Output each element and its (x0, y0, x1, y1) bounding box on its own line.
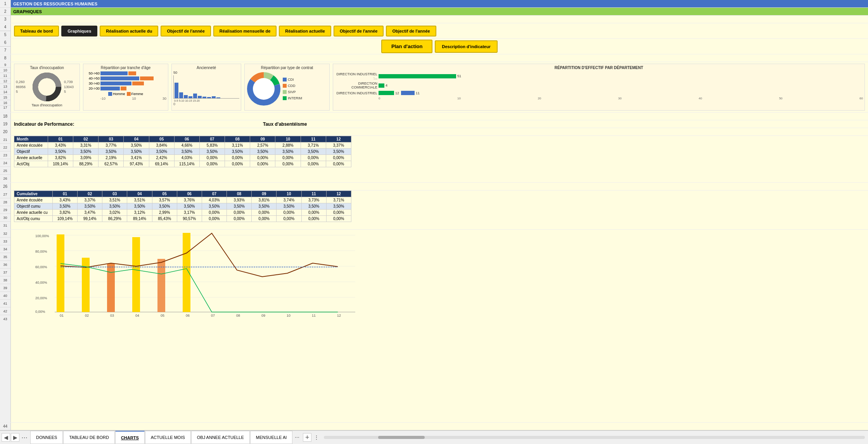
monthly-row-annee-ecoule: Année écoulée 3,43% 3,31% 3,77% 3,50% 3,… (14, 142, 351, 149)
svg-text:09: 09 (261, 314, 265, 317)
donut-val2: 86956 (16, 85, 30, 90)
cumulative-header-row: Cumulative 01 02 03 04 05 06 07 08 09 10… (14, 191, 351, 197)
row-num-22: 22 (0, 144, 10, 151)
dept-row-3: DIRECTION INDUSTRIEL 12 11 (335, 91, 863, 95)
tab-tableau-de-bord[interactable]: TABLEAU DE BORD (63, 431, 115, 444)
row-num-2: 2 (0, 8, 11, 15)
legend-cdi-label: CDI (288, 76, 294, 83)
tab-actuelle-mois[interactable]: ACTUELLE MOIS (145, 431, 191, 444)
anciennete-bars (173, 75, 239, 99)
svg-text:03: 03 (110, 314, 114, 317)
header-11: 11 (301, 136, 326, 142)
legend-cdd: CDD (283, 83, 302, 89)
bottom-tab-bar: ◀ ▶ ⋯ DONNEES TABLEAU DE BORD CHARTS ACT… (0, 430, 868, 444)
cumulative-table: Cumulative 01 02 03 04 05 06 07 08 09 10… (14, 191, 351, 222)
dept-title: RÉPARTITION D'EFFECTIF PAR DÉPARTEMENT (335, 66, 863, 70)
legend-cdd-label: CDD (288, 83, 296, 89)
row-num-17: 17 (0, 106, 10, 109)
scrollbar-track[interactable] (324, 436, 865, 439)
tab-list: DONNEES TABLEAU DE BORD CHARTS ACTUELLE … (30, 431, 301, 444)
tab-next-button[interactable]: ▶ (11, 433, 19, 442)
tab-add-controls: + ⋮ (301, 431, 321, 444)
dept-row-2: DIRECTION COMMERCIALE 4 (335, 82, 863, 89)
tab-nav-controls: ◀ ▶ ⋯ (0, 431, 30, 444)
legend-femme-label: Femme (131, 92, 144, 96)
tab-charts[interactable]: CHARTS (115, 431, 145, 444)
row-num-15: 15 (0, 95, 10, 100)
row-num-11: 11 (0, 73, 10, 78)
cum-row-annee-ecoule: Année écoulée 3,43% 3,37% 3,51% 3,51% 3,… (14, 197, 351, 203)
absenteisme-title: Taux d'absentéisme (263, 121, 307, 127)
realisation-actuelle2-button[interactable]: Réalisation actuelle (279, 26, 331, 36)
main-title: GESTION DES RESSOURCES HUMAINES (13, 2, 97, 6)
objectif-annee-button[interactable]: Objectif de l'année (161, 26, 211, 36)
description-indicateur-button[interactable]: Description d'indicateur (435, 40, 497, 53)
legend-cdi: CDI (283, 76, 302, 83)
objectif-annee3-button[interactable]: Objectif de l'année (386, 26, 436, 36)
add-sheet-button[interactable]: + (303, 433, 311, 442)
age-bar-femme-3 (132, 82, 144, 85)
row-num-16: 16 (0, 100, 10, 106)
row-num-19: 19 (0, 120, 11, 128)
sheet-options-button[interactable]: ⋮ (312, 433, 321, 442)
label-objectif: Objectif (14, 149, 48, 155)
donut-val4: 0,739 (64, 80, 78, 85)
tab-prev-button[interactable]: ◀ (2, 433, 10, 442)
svg-text:01: 01 (60, 314, 64, 317)
tab-extra-button[interactable]: ⋯ (293, 431, 301, 444)
age-chart-box: Répartition par tranche d'âge 50->60 40-… (83, 64, 168, 111)
bar-02 (82, 258, 90, 312)
spreadsheet: 1 GESTION DES RESSOURCES HUMAINES 2 GRAP… (0, 0, 868, 444)
legend-homme: Homme (108, 92, 125, 96)
tab-more-button[interactable]: ⋯ (20, 433, 29, 442)
header-02: 02 (73, 136, 99, 142)
contrat-title: Répartition par type de contrat (246, 66, 328, 70)
tab-donnees[interactable]: DONNEES (30, 431, 63, 444)
scrollbar-thumb[interactable] (378, 436, 425, 439)
bar-5 (193, 94, 197, 98)
bar-8 (207, 97, 211, 98)
bar-06 (183, 233, 190, 312)
realisation-actuelle-button[interactable]: Réalisation actuelle du (100, 26, 158, 36)
row-num-44: 44 (0, 423, 11, 430)
row-num-5: 5 (0, 31, 10, 38)
horizontal-scrollbar[interactable] (321, 431, 868, 444)
svg-text:60,00%: 60,00% (35, 265, 47, 269)
bar-4 (188, 96, 192, 98)
contrat-chart-box: Répartition par type de contrat (244, 64, 330, 111)
bar-1 (175, 83, 178, 98)
svg-point-9 (253, 78, 275, 100)
tableau-de-bord-button[interactable]: Tableau de bord (14, 26, 59, 36)
graphiques-button[interactable]: Graphiques (61, 26, 97, 36)
realisation-mensuelle-button[interactable]: Réalisation mensuelle de (213, 26, 277, 36)
age-bar-row-4: 20->30 (85, 87, 166, 90)
row-num-18: 18 (0, 113, 11, 120)
row-num-20: 20 (0, 128, 11, 135)
header-12: 12 (326, 136, 351, 142)
svg-text:100,00%: 100,00% (35, 234, 49, 238)
monthly-row-objectif: Objectif 3,50% 3,50% 3,50% 3,50% 3,50% 3… (14, 149, 351, 155)
monthly-table-section: 21 22 23 24 25 26 Month 01 02 03 04 05 0… (0, 136, 868, 183)
tab-mensuelle-ai[interactable]: MENSUELLE AI (250, 431, 292, 444)
charts-row: Taux d'inoccupation 0,260 86956 5 (11, 62, 868, 112)
header-06: 06 (174, 136, 199, 142)
dept-bar-3 (379, 91, 394, 95)
bar-7 (202, 97, 206, 98)
header-cumulative: Cumulative (14, 191, 53, 197)
age-bar-femme-4 (121, 87, 126, 90)
perf-title: Indicateur de Performance: (11, 121, 88, 127)
cumulative-table-section: 27 28 29 30 31 Cumulative 01 02 03 04 05… (0, 191, 868, 230)
bar-9 (212, 96, 216, 98)
svg-text:10: 10 (287, 314, 290, 317)
svg-text:11: 11 (312, 314, 316, 317)
header-04: 04 (124, 136, 149, 142)
tab-obj-annee-actuelle[interactable]: OBJ ANNEE ACTUELLE (191, 431, 250, 444)
svg-text:07: 07 (211, 314, 215, 317)
row-num-30: 30 (0, 214, 10, 222)
plan-action-button[interactable]: Plan d'action (381, 40, 432, 53)
row-num-21: 21 (0, 136, 10, 144)
objectif-annee2-button[interactable]: Objectif de l'année (334, 26, 384, 36)
anciennete-chart-box: Ancienneté 50 0-55-1010-1515-20 (171, 64, 241, 111)
row-num-3: 3 (0, 16, 11, 23)
bar-3 (184, 95, 188, 98)
